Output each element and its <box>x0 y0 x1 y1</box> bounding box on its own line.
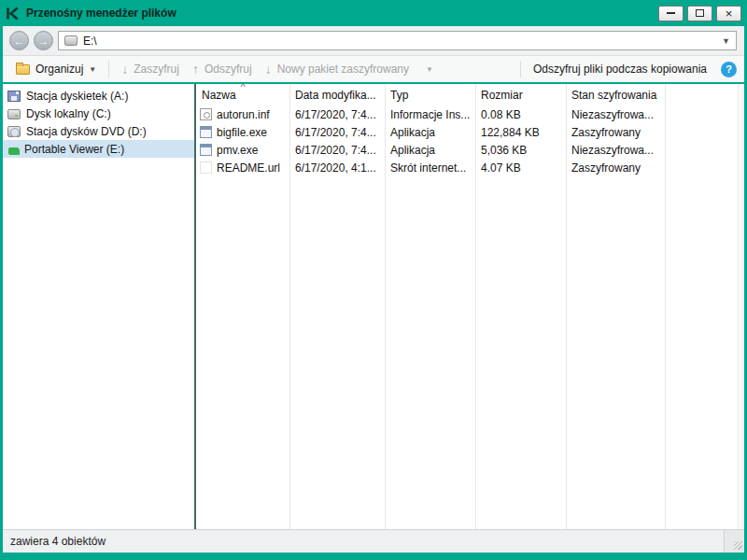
status-text: zawiera 4 obiektów <box>10 535 106 548</box>
inf-file-icon <box>200 108 212 120</box>
file-name: README.url <box>217 161 280 175</box>
encrypted-drive-icon <box>8 147 19 155</box>
forward-button[interactable]: → <box>34 31 53 50</box>
decrypt-label: Odszyfruj <box>204 63 252 76</box>
column-header-label: Nazwa <box>202 89 236 102</box>
column-header[interactable]: Typ <box>385 84 475 105</box>
decrypt-arrow-up-icon: ↑ <box>192 63 199 76</box>
decrypt-on-copy-label: Odszyfruj pliki podczas kopiowania <box>533 63 707 76</box>
close-icon: × <box>726 7 733 20</box>
app-window: Przenośny menedżer plików × ← → E:\ ▼ Or… <box>0 0 747 560</box>
file-encryption-status: Zaszyfrowany <box>566 161 665 175</box>
maximize-button[interactable] <box>687 6 712 21</box>
url-file-icon <box>200 161 212 174</box>
column-header-label: Rozmiar <box>481 89 523 102</box>
file-row[interactable]: pmv.exe6/17/2020, 7:4...Aplikacja5,036 K… <box>196 141 744 159</box>
decrypt-button[interactable]: ↑ Odszyfruj <box>187 60 258 78</box>
file-type: Aplikacja <box>385 126 475 139</box>
sidebar-item-drive[interactable]: Stacja dyskietek (A:) <box>3 87 194 105</box>
encrypt-label: Zaszyfruj <box>134 63 179 76</box>
column-header-label: Data modyfika... <box>295 89 376 102</box>
drive-label: Portable Viewer (E:) <box>24 143 124 156</box>
file-name-cell: pmv.exe <box>196 144 289 157</box>
file-list: autorun.inf6/17/2020, 7:4...Informacje I… <box>196 105 744 176</box>
new-encrypted-package-button[interactable]: ↓ Nowy pakiet zaszyfrowany ▼ <box>260 60 439 78</box>
close-button[interactable]: × <box>716 6 741 21</box>
window-controls: × <box>658 6 741 21</box>
file-row[interactable]: autorun.inf6/17/2020, 7:4...Informacje I… <box>196 105 744 123</box>
title-bar: Przenośny menedżer plików × <box>3 0 744 26</box>
toolbar-separator <box>520 61 521 77</box>
back-button[interactable]: ← <box>9 31 29 50</box>
content: Stacja dyskietek (A:)Dysk lokalny (C:)St… <box>3 84 744 529</box>
package-arrow-down-icon: ↓ <box>265 63 272 76</box>
arrow-right-icon: → <box>38 35 49 47</box>
status-bar: zawiera 4 obiektów <box>3 529 744 553</box>
new-package-label: Nowy pakiet zaszyfrowany <box>277 63 409 76</box>
encrypt-arrow-down-icon: ↓ <box>121 63 128 76</box>
organize-label: Organizuj <box>35 63 83 76</box>
arrow-left-icon: ← <box>14 35 25 47</box>
resize-grip[interactable] <box>724 530 744 553</box>
encrypt-button[interactable]: ↓ Zaszyfruj <box>116 60 185 78</box>
file-name-cell: bigfile.exe <box>196 126 289 139</box>
dvd-drive-icon <box>7 126 21 137</box>
file-area: NazwaData modyfika...TypRozmiarStan szyf… <box>196 84 744 529</box>
navigation-bar: ← → E:\ ▼ <box>3 26 744 56</box>
toolbar: Organizuj ▼ ↓ Zaszyfruj ↑ Odszyfruj ↓ No… <box>3 56 744 84</box>
floppy-drive-icon <box>7 91 21 102</box>
application-file-icon <box>200 144 212 156</box>
organize-button[interactable]: Organizuj ▼ <box>10 60 102 78</box>
sidebar-item-drive[interactable]: Portable Viewer (E:) <box>3 140 194 158</box>
column-header[interactable]: Stan szyfrowania <box>566 84 665 105</box>
file-modified-date: 6/17/2020, 7:4... <box>289 144 385 157</box>
drive-label: Dysk lokalny (C:) <box>26 107 111 120</box>
decrypt-on-copy-button[interactable]: Odszyfruj pliki podczas kopiowania <box>528 60 712 78</box>
chevron-down-icon: ▼ <box>89 65 96 74</box>
application-file-icon <box>200 126 212 138</box>
minimize-button[interactable] <box>658 6 684 21</box>
maximize-icon <box>696 9 704 17</box>
app-body: ← → E:\ ▼ Organizuj ▼ ↓ Zaszyfruj ↑ Odsz… <box>3 26 744 553</box>
address-dropdown-icon[interactable]: ▼ <box>722 36 730 46</box>
file-type: Skrót internet... <box>385 161 475 175</box>
file-type: Aplikacja <box>385 144 475 157</box>
file-name: bigfile.exe <box>217 126 267 139</box>
file-type: Informacje Ins... <box>385 108 475 121</box>
file-row[interactable]: README.url6/17/2020, 4:1...Skrót interne… <box>196 159 744 176</box>
file-modified-date: 6/17/2020, 7:4... <box>289 108 385 121</box>
drive-list: Stacja dyskietek (A:)Dysk lokalny (C:)St… <box>3 84 194 529</box>
column-header[interactable]: Nazwa <box>196 84 289 105</box>
address-text: E:\ <box>83 35 97 48</box>
drive-label: Stacja dysków DVD (D:) <box>26 125 147 138</box>
address-bar[interactable]: E:\ ▼ <box>58 31 737 50</box>
file-name: pmv.exe <box>217 144 258 157</box>
minimize-icon <box>667 12 675 14</box>
file-encryption-status: Niezaszyfrowa... <box>566 144 665 157</box>
sidebar-item-drive[interactable]: Dysk lokalny (C:) <box>3 105 194 122</box>
local-disk-icon <box>7 109 21 119</box>
column-header-label: Stan szyfrowania <box>571 89 656 102</box>
file-size: 4.07 KB <box>475 161 566 175</box>
kaspersky-logo-icon <box>6 7 20 21</box>
file-encryption-status: Zaszyfrowany <box>566 126 665 139</box>
file-size: 5,036 KB <box>475 144 566 157</box>
file-name-cell: README.url <box>196 161 289 175</box>
toolbar-separator <box>108 61 109 77</box>
sidebar-item-drive[interactable]: Stacja dysków DVD (D:) <box>3 122 194 140</box>
file-modified-date: 6/17/2020, 7:4... <box>289 126 385 139</box>
file-name-cell: autorun.inf <box>196 108 289 121</box>
folder-icon <box>16 64 30 75</box>
file-encryption-status: Niezaszyfrowa... <box>566 108 665 121</box>
file-modified-date: 6/17/2020, 4:1... <box>289 161 385 175</box>
drive-icon <box>64 35 78 46</box>
file-size: 0.08 KB <box>475 108 566 121</box>
vertical-scrollbar[interactable] <box>738 84 744 529</box>
file-row[interactable]: bigfile.exe6/17/2020, 7:4...Aplikacja122… <box>196 123 744 141</box>
column-header-label: Typ <box>390 89 408 102</box>
help-icon[interactable]: ? <box>721 62 737 77</box>
file-size: 122,884 KB <box>475 126 566 139</box>
window-title: Przenośny menedżer plików <box>26 7 652 20</box>
column-header[interactable]: Rozmiar <box>475 84 566 105</box>
column-header[interactable]: Data modyfika... <box>289 84 385 105</box>
